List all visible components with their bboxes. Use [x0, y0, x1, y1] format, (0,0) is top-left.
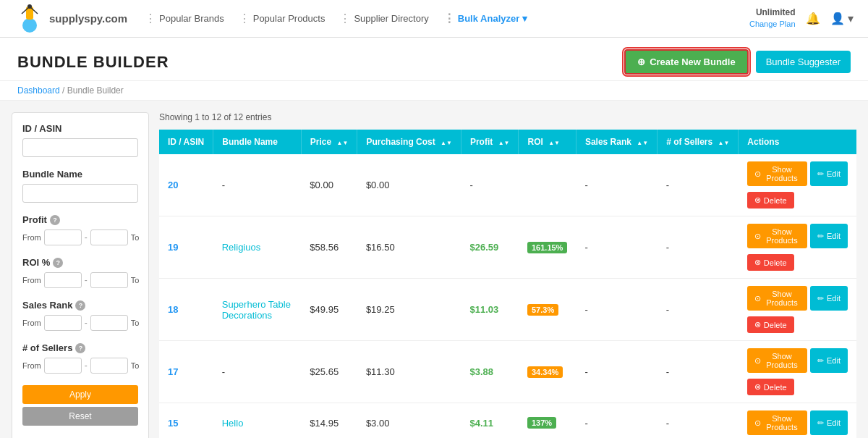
profit-from-label: From — [22, 233, 41, 242]
show-icon: ⊙ — [754, 356, 761, 366]
row-id-20[interactable]: 20 — [168, 180, 178, 190]
action-cell: ⊙ Show Products ✏ Edit ⊗ — [747, 161, 848, 209]
col-roi[interactable]: ROI ▲▼ — [519, 130, 576, 154]
nav-supplier-directory[interactable]: ⋮ Supplier Directory — [339, 12, 428, 25]
nav-bulk-analyzer[interactable]: ⋮ Bulk Analyzer ▾ — [443, 12, 528, 25]
col-purchasing-cost[interactable]: Purchasing Cost ▲▼ — [357, 130, 461, 154]
breadcrumb-current: Bundle Builder — [67, 85, 124, 96]
row-price-19: $58.56 — [301, 216, 357, 279]
edit-icon: ✏ — [817, 169, 824, 179]
bundle-name-input[interactable] — [22, 184, 138, 203]
sellers-from-input[interactable] — [44, 358, 82, 374]
bundle-suggester-button[interactable]: Bundle Suggester — [756, 51, 851, 73]
show-products-button-20[interactable]: ⊙ Show Products — [747, 161, 807, 186]
profit-help-icon[interactable]: ? — [50, 215, 60, 225]
logo: supplyspy.com — [14, 4, 127, 34]
row-roi-18: 57.3% — [519, 279, 576, 341]
row-name-17: - — [213, 341, 302, 403]
row-profit-17: $3.88 — [461, 341, 519, 403]
roi-from-input[interactable] — [44, 272, 82, 288]
delete-button-19[interactable]: ⊗ Delete — [747, 254, 794, 271]
apply-filter-button[interactable]: Apply — [22, 385, 138, 404]
dot-icon: ⋮ — [339, 12, 351, 25]
roi-help-icon[interactable]: ? — [53, 258, 63, 268]
sales-rank-to-input[interactable] — [90, 315, 128, 331]
page-header: BUNDLE BUILDER ⊕ Create New Bundle Bundl… — [0, 38, 868, 81]
col-sales-rank[interactable]: Sales Rank ▲▼ — [576, 130, 657, 154]
create-new-bundle-button[interactable]: ⊕ Create New Bundle — [624, 49, 748, 75]
breadcrumb: Dashboard / Bundle Builder — [0, 81, 868, 101]
sellers-range-sep: - — [85, 361, 88, 371]
edit-icon: ✏ — [817, 356, 824, 366]
row-id-17[interactable]: 17 — [168, 366, 178, 377]
show-products-button-19[interactable]: ⊙ Show Products — [747, 224, 807, 248]
show-icon: ⊙ — [754, 169, 761, 179]
main-layout: ID / ASIN Bundle Name Profit ? From - To… — [0, 101, 868, 438]
edit-icon: ✏ — [817, 294, 824, 303]
row-id-19[interactable]: 19 — [168, 242, 178, 253]
filter-bundle-label: Bundle Name — [22, 169, 138, 180]
row-id-18[interactable]: 18 — [168, 304, 178, 315]
change-plan-link[interactable]: Change Plan — [749, 19, 796, 30]
delete-button-20[interactable]: ⊗ Delete — [747, 192, 794, 209]
navbar-left: supplyspy.com ⋮ Popular Brands ⋮ Popular… — [14, 4, 527, 34]
filter-sales-rank: Sales Rank ? From - To — [22, 300, 138, 331]
dot-icon: ⋮ — [145, 12, 156, 25]
profit-from-input[interactable] — [44, 229, 82, 245]
show-products-button-18[interactable]: ⊙ Show Products — [747, 286, 807, 311]
row-salesrank-19: - — [576, 216, 657, 279]
bell-icon[interactable]: 🔔 — [806, 12, 820, 25]
edit-button-17[interactable]: ✏ Edit — [810, 348, 848, 373]
sales-rank-help-icon[interactable]: ? — [75, 300, 85, 311]
show-products-button-15[interactable]: ⊙ Show Products — [747, 410, 807, 435]
roi-to-input[interactable] — [90, 272, 128, 288]
id-asin-input[interactable] — [22, 138, 138, 157]
nav-popular-products[interactable]: ⋮ Popular Products — [239, 12, 326, 25]
plan-title: Unlimited — [749, 7, 796, 19]
table-row: 17 - $25.65 $11.30 $3.88 34.34% - - — [159, 341, 856, 403]
row-name-18[interactable]: Superhero Table Decorations — [222, 299, 291, 321]
profit-to-input[interactable] — [90, 229, 128, 245]
row-name-15[interactable]: Hello — [222, 418, 244, 429]
sidebar-filters: ID / ASIN Bundle Name Profit ? From - To… — [12, 112, 149, 438]
action-cell: ⊙ Show Products ✏ Edit ⊗ — [747, 348, 848, 395]
row-id-15[interactable]: 15 — [168, 418, 178, 429]
col-price[interactable]: Price ▲▼ — [301, 130, 357, 154]
filter-roi-label: ROI % ? — [22, 257, 138, 268]
col-sellers[interactable]: # of Sellers ▲▼ — [658, 130, 739, 154]
col-profit[interactable]: Profit ▲▼ — [461, 130, 519, 154]
nav-popular-brands[interactable]: ⋮ Popular Brands — [145, 12, 224, 25]
edit-button-19[interactable]: ✏ Edit — [810, 224, 848, 248]
dot-icon: ⋮ — [443, 12, 455, 25]
edit-button-18[interactable]: ✏ Edit — [810, 286, 848, 311]
reset-filter-button[interactable]: Reset — [22, 407, 138, 426]
delete-icon: ⊗ — [754, 320, 761, 329]
sellers-help-icon[interactable]: ? — [75, 343, 85, 353]
delete-button-17[interactable]: ⊗ Delete — [747, 379, 794, 395]
row-sellers-19: - — [658, 216, 739, 279]
delete-button-18[interactable]: ⊗ Delete — [747, 316, 794, 333]
breadcrumb-home[interactable]: Dashboard — [17, 85, 60, 96]
sales-rank-from-input[interactable] — [44, 315, 82, 331]
table-row: 19 Religiuos $58.56 $16.50 $26.59 161.15… — [159, 216, 856, 279]
roi-range-sep: - — [85, 275, 88, 285]
row-price-20: $0.00 — [301, 154, 357, 216]
user-icon[interactable]: 👤 ▾ — [830, 12, 854, 25]
salesrank-sort-icon: ▲▼ — [637, 140, 648, 146]
show-products-button-17[interactable]: ⊙ Show Products — [747, 348, 807, 373]
sellers-to-input[interactable] — [90, 358, 128, 374]
filter-bundle-name: Bundle Name — [22, 169, 138, 203]
roi-badge: 137% — [527, 417, 556, 429]
plan-info: Unlimited Change Plan — [749, 7, 796, 30]
show-icon: ⊙ — [754, 294, 761, 303]
plus-circle-icon: ⊕ — [637, 56, 645, 67]
edit-button-20[interactable]: ✏ Edit — [810, 161, 848, 186]
sales-rank-range-row: From - To — [22, 315, 138, 331]
row-profit-19: $26.59 — [461, 216, 519, 279]
edit-button-15[interactable]: ✏ Edit — [810, 410, 848, 435]
navbar-right: Unlimited Change Plan 🔔 👤 ▾ — [749, 7, 854, 30]
row-name-19[interactable]: Religiuos — [222, 242, 260, 253]
page-title: BUNDLE BUILDER — [17, 53, 169, 72]
row-actions-18: ⊙ Show Products ✏ Edit ⊗ — [739, 279, 856, 341]
row-actions-20: ⊙ Show Products ✏ Edit ⊗ — [739, 154, 856, 216]
